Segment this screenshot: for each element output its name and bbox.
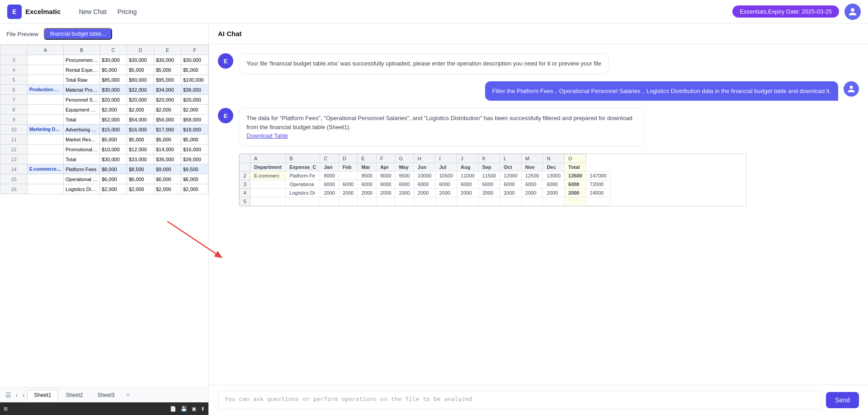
sheet-cell[interactable]: $5, xyxy=(208,135,209,145)
status-icon-3[interactable]: ▣ xyxy=(192,406,196,412)
sheet-cell[interactable] xyxy=(28,55,64,65)
sheet-cell[interactable]: $30,000 xyxy=(181,55,208,65)
add-sheet-button[interactable]: + xyxy=(122,389,133,401)
sheet-cell[interactable]: $6,000 xyxy=(181,174,208,184)
sheet-cell[interactable]: $10, xyxy=(208,164,209,174)
sheet-cell[interactable]: Platform Fees xyxy=(64,164,100,174)
sheet-tab-2[interactable]: Sheet2 xyxy=(59,390,90,401)
sheet-cell[interactable]: $2,000 xyxy=(127,105,154,115)
spreadsheet-container[interactable]: A B C D E F 3Procurement Personnel Salar… xyxy=(0,45,208,387)
sheet-cell[interactable]: $33,000 xyxy=(127,154,154,164)
sheet-cell[interactable]: $30,000 xyxy=(154,55,181,65)
sheet-cell[interactable]: $30,000 xyxy=(100,85,127,95)
sheet-cell[interactable]: $2,000 xyxy=(127,184,154,194)
new-chat-link[interactable]: New Chat xyxy=(79,8,106,15)
sheet-cell[interactable]: $2,000 xyxy=(181,184,208,194)
sheet-cell[interactable] xyxy=(28,115,64,125)
sheet-cell[interactable]: $10,000 xyxy=(100,145,127,154)
sheet-cell[interactable]: $90,000 xyxy=(127,75,154,85)
status-icon-2[interactable]: 💾 xyxy=(181,406,187,412)
sheet-cell[interactable]: Total Raw xyxy=(64,75,100,85)
sheet-cell[interactable]: $2,000 xyxy=(100,105,127,115)
sheet-cell[interactable] xyxy=(28,95,64,105)
sheet-cell[interactable]: Personnel Salaries xyxy=(64,95,100,105)
sheet-cell[interactable]: $5,000 xyxy=(100,65,127,75)
sheet-cell[interactable]: $16,000 xyxy=(181,145,208,154)
sheet-cell[interactable]: Equipment Maintenance xyxy=(64,105,100,115)
sheet-cell[interactable]: $30,000 xyxy=(100,55,127,65)
sheet-cell[interactable]: $9,000 xyxy=(154,164,181,174)
sheet-cell[interactable]: $32,000 xyxy=(127,85,154,95)
sheet-cell[interactable]: $6,000 xyxy=(100,174,127,184)
sheet-cell[interactable]: $8,000 xyxy=(100,164,127,174)
sheet-cell[interactable]: $2,000 xyxy=(100,184,127,194)
sheet-cell[interactable]: $19, xyxy=(208,125,209,135)
sheet-cell[interactable]: $5,000 xyxy=(154,135,181,145)
sheet-cell[interactable]: E-commerce Department xyxy=(28,164,64,174)
sheet-cell[interactable] xyxy=(28,65,64,75)
sheet-cell[interactable]: $5,000 xyxy=(127,135,154,145)
sheet-cell[interactable]: $20,000 xyxy=(181,95,208,105)
user-avatar[interactable] xyxy=(844,4,861,20)
result-table-container[interactable]: A B C D E F G H I J xyxy=(239,154,746,206)
sheet-cell[interactable]: $36,000 xyxy=(181,85,208,95)
sheet-cell[interactable]: $58,000 xyxy=(181,115,208,125)
sheet-cell[interactable]: Logistics Distribution xyxy=(64,184,100,194)
sheet-cell[interactable]: Procurement Personnel Salaries xyxy=(64,55,100,65)
sheet-cell[interactable]: $2,000 xyxy=(154,184,181,194)
sheet-cell[interactable]: Advertising Expenses xyxy=(64,125,100,135)
sheet-cell[interactable]: $2, xyxy=(208,105,209,115)
sheet-cell[interactable]: $39,000 xyxy=(181,154,208,164)
sheet-cell[interactable]: $42, xyxy=(208,154,209,164)
sheet-cell[interactable]: $2,000 xyxy=(181,105,208,115)
sheet-cell[interactable]: $20,000 xyxy=(154,95,181,105)
sheet-cell[interactable]: $2, xyxy=(208,184,209,194)
sheet-cell[interactable]: $100,000 xyxy=(181,75,208,85)
sheet-cell[interactable]: $2,000 xyxy=(154,105,181,115)
sheet-cell[interactable]: $30,000 xyxy=(100,154,127,164)
sheet-cell[interactable]: $5,000 xyxy=(181,135,208,145)
sheet-prev-icon[interactable]: ‹ xyxy=(14,392,20,399)
sheet-cell[interactable]: $34,000 xyxy=(154,85,181,95)
sheet-cell[interactable]: $105 xyxy=(208,75,209,85)
sheet-cell[interactable]: $20, xyxy=(208,95,209,105)
sheet-cell[interactable] xyxy=(28,154,64,164)
sheet-cell[interactable]: $36,000 xyxy=(154,154,181,164)
sheet-cell[interactable]: $5, xyxy=(208,65,209,75)
sheet-cell[interactable]: $95,000 xyxy=(154,75,181,85)
sheet-cell[interactable]: Total xyxy=(64,115,100,125)
download-link[interactable]: Download Table xyxy=(246,132,288,139)
sheet-cell[interactable]: $18,000 xyxy=(181,125,208,135)
status-icon-1[interactable]: 📄 xyxy=(170,406,176,412)
sheet-tab-1[interactable]: Sheet1 xyxy=(27,390,58,401)
file-name-badge[interactable]: financial budget table... xyxy=(44,28,112,40)
sheet-cell[interactable]: $56,000 xyxy=(154,115,181,125)
pricing-link[interactable]: Pricing xyxy=(118,8,137,15)
sheet-cell[interactable]: Promotional Events xyxy=(64,145,100,154)
sheet-cell[interactable]: Production Department xyxy=(28,85,64,95)
sheet-cell[interactable]: Operational Personnel Salaries xyxy=(64,174,100,184)
send-button[interactable]: Send xyxy=(826,392,859,408)
sheet-tab-3[interactable]: Sheet3 xyxy=(90,390,121,401)
sheet-cell[interactable]: $6,000 xyxy=(127,174,154,184)
sheet-cell[interactable] xyxy=(28,184,64,194)
sheet-cell[interactable]: $30,000 xyxy=(127,55,154,65)
sheet-cell[interactable] xyxy=(28,174,64,184)
spreadsheet[interactable]: A B C D E F 3Procurement Personnel Salar… xyxy=(0,45,208,387)
sheet-next-icon[interactable]: › xyxy=(21,392,27,399)
sheet-cell[interactable]: $52,000 xyxy=(100,115,127,125)
sheet-cell[interactable]: $14,000 xyxy=(154,145,181,154)
sheet-cell[interactable]: $85,000 xyxy=(100,75,127,85)
sheet-cell[interactable] xyxy=(28,75,64,85)
sheet-cell[interactable]: Marketing Department xyxy=(28,125,64,135)
sheet-cell[interactable]: $8,500 xyxy=(127,164,154,174)
chat-input[interactable] xyxy=(218,391,822,410)
sheet-cell[interactable]: $12,000 xyxy=(127,145,154,154)
sheet-cell[interactable]: Rental Expenses xyxy=(64,65,100,75)
sheet-cell[interactable]: $5,000 xyxy=(100,135,127,145)
sheet-cell[interactable]: $54,000 xyxy=(127,115,154,125)
sheet-cell[interactable]: $17,000 xyxy=(154,125,181,135)
sheet-cell[interactable]: $6, xyxy=(208,174,209,184)
sheet-cell[interactable] xyxy=(28,135,64,145)
sheet-cell[interactable]: $30, xyxy=(208,55,209,65)
